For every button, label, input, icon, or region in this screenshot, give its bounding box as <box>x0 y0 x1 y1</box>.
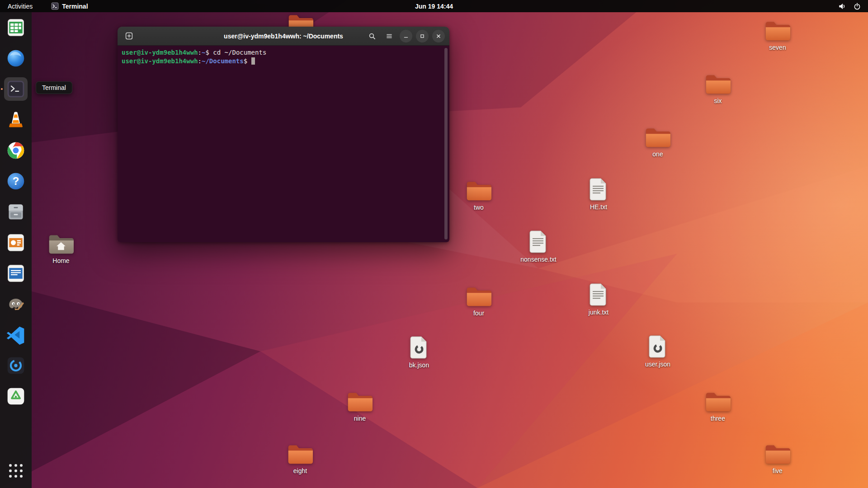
desktop-icon-seven[interactable]: seven <box>751 20 804 51</box>
terminal-app-icon <box>51 2 59 10</box>
desktop-icon-nonsense.txt[interactable]: nonsense.txt <box>512 230 565 263</box>
dock-item-vscode[interactable] <box>4 323 28 347</box>
folder-icon <box>466 180 492 202</box>
running-indicator <box>1 88 3 90</box>
desktop-icon-label: two <box>474 204 484 211</box>
folder-icon <box>347 391 373 413</box>
terminal-line: user@iv-ydm9eb1h4wwh:~/Documents$ <box>122 57 445 66</box>
desktop-icon-junk.txt[interactable]: junk.txt <box>572 283 625 316</box>
folder-icon <box>705 391 731 413</box>
libreoffice-writer-icon <box>6 263 26 283</box>
dock-item-libreoffice-calc[interactable] <box>4 16 28 39</box>
desktop-icon-six[interactable]: six <box>692 74 744 104</box>
minimize-button[interactable] <box>400 30 412 42</box>
dock-item-terminal[interactable] <box>4 77 28 101</box>
desktop-icon-label: Home <box>52 257 69 264</box>
focused-app-indicator[interactable]: Terminal <box>51 2 88 10</box>
terminal-icon <box>6 79 26 99</box>
activities-button[interactable]: Activities <box>0 0 40 12</box>
terminal-window: user@iv-ydm9eb1h4wwh: ~/Documents user@i… <box>118 27 449 242</box>
desktop-icon-label: HE.txt <box>590 203 607 211</box>
desktop-icon-three[interactable]: three <box>692 391 744 422</box>
dock-item-gimp[interactable] <box>4 292 28 316</box>
text-file-icon <box>589 178 609 201</box>
desktop-icon-label: nine <box>354 415 366 422</box>
dock-item-help[interactable]: ? <box>4 169 28 193</box>
focused-app-label: Terminal <box>62 3 88 10</box>
desktop-icon-label: user.json <box>645 361 670 368</box>
dock-item-firefox[interactable] <box>4 47 28 70</box>
vlc-icon <box>6 110 26 130</box>
menu-button[interactable] <box>382 29 396 43</box>
desktop-icon-Home[interactable]: Home <box>35 234 87 264</box>
desktop-icon-label: six <box>714 97 722 104</box>
app-grid-icon <box>6 461 26 481</box>
desktop-icon-label: seven <box>769 44 786 51</box>
home-folder-icon <box>48 234 74 255</box>
app-grid-button[interactable] <box>6 461 26 481</box>
dock: ? <box>0 12 32 488</box>
dock-item-chrome[interactable] <box>4 139 28 162</box>
desktop-icon-label: three <box>711 415 725 422</box>
search-icon <box>368 33 376 40</box>
dock-item-libreoffice-writer[interactable] <box>4 262 28 285</box>
dock-item-libreoffice-impress[interactable] <box>4 231 28 254</box>
close-button[interactable] <box>432 30 445 42</box>
scrollbar-thumb[interactable] <box>444 48 448 239</box>
desktop-icon-two[interactable]: two <box>453 180 505 211</box>
power-icon <box>853 2 861 10</box>
desktop-icon-HE.txt[interactable]: HE.txt <box>572 178 625 211</box>
vscode-icon <box>6 325 26 345</box>
desktop-icon-label: eight <box>293 467 307 474</box>
dock-apps: ? <box>4 12 28 408</box>
desktop-icon-nine[interactable]: nine <box>334 391 386 422</box>
blue-ring-app-icon <box>6 356 26 375</box>
search-button[interactable] <box>365 29 379 43</box>
dock-item-vlc[interactable] <box>4 108 28 131</box>
terminal-output[interactable]: user@iv-ydm9eb1h4wwh:~$ cd ~/Documentsus… <box>118 46 449 242</box>
clock-button[interactable]: Jun 19 14:44 <box>412 2 456 10</box>
terminal-cursor <box>251 57 255 65</box>
dock-item-blue-ring-app[interactable] <box>4 354 28 377</box>
firefox-icon <box>6 48 26 68</box>
terminal-scrollbar[interactable] <box>444 48 448 239</box>
terminal-titlebar[interactable]: user@iv-ydm9eb1h4wwh: ~/Documents <box>118 27 449 46</box>
desktop-icon-label: junk.txt <box>589 309 609 316</box>
libreoffice-calc-icon <box>6 18 26 38</box>
ubuntu-software-icon <box>6 386 26 406</box>
volume-icon <box>838 2 846 10</box>
dock-item-ubuntu-software[interactable] <box>4 385 28 408</box>
libreoffice-impress-icon <box>6 233 26 253</box>
svg-text:?: ? <box>13 175 19 187</box>
desktop-icon-bk.json[interactable]: bk.json <box>393 336 445 369</box>
files-icon <box>6 202 26 222</box>
desktop-icon-user.json[interactable]: user.json <box>632 335 684 368</box>
gimp-icon <box>6 294 26 314</box>
folder-icon <box>705 74 731 95</box>
desktop-icon-eight[interactable]: eight <box>274 444 326 474</box>
desktop-icon-one[interactable]: one <box>632 127 684 158</box>
desktop-icon-label: four <box>473 310 484 317</box>
hamburger-menu-icon <box>386 33 393 40</box>
system-tray[interactable] <box>838 2 868 10</box>
window-controls <box>365 29 449 43</box>
desktop-icon-label: bk.json <box>409 361 429 369</box>
dock-item-files[interactable] <box>4 200 28 224</box>
folder-icon <box>764 20 791 42</box>
desktop-icon-label: nonsense.txt <box>520 256 556 263</box>
folder-icon <box>764 444 791 465</box>
maximize-button[interactable] <box>416 30 429 42</box>
terminal-line: user@iv-ydm9eb1h4wwh:~$ cd ~/Documents <box>122 48 445 57</box>
desktop-icon-four[interactable]: four <box>453 286 505 317</box>
dock-tooltip: Terminal <box>36 81 72 94</box>
folder-icon <box>466 286 492 307</box>
window-title: user@iv-ydm9eb1h4wwh: ~/Documents <box>224 33 343 40</box>
new-tab-button[interactable] <box>122 29 136 43</box>
json-file-icon <box>648 335 668 358</box>
text-file-icon <box>528 230 548 253</box>
help-icon: ? <box>6 171 26 191</box>
desktop-icon-five[interactable]: five <box>751 444 804 474</box>
close-icon <box>435 33 442 39</box>
folder-icon <box>287 444 313 465</box>
new-tab-icon <box>125 32 133 40</box>
